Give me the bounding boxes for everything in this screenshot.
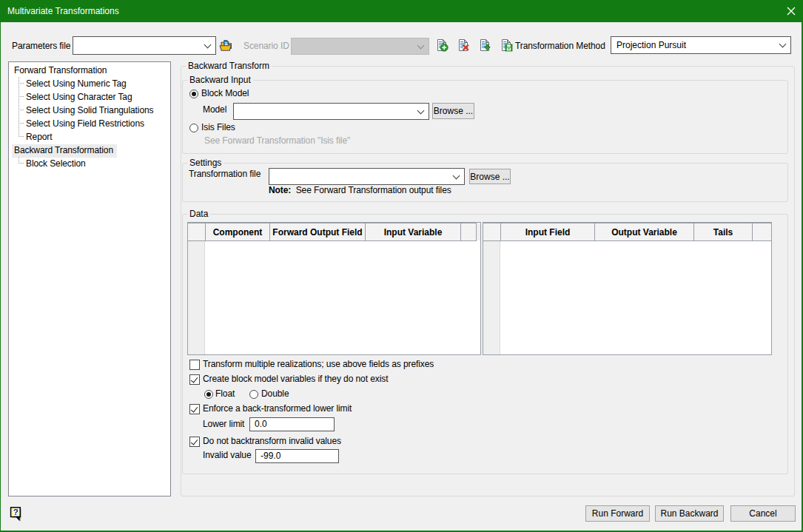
svg-text:?: ? [13,508,19,516]
